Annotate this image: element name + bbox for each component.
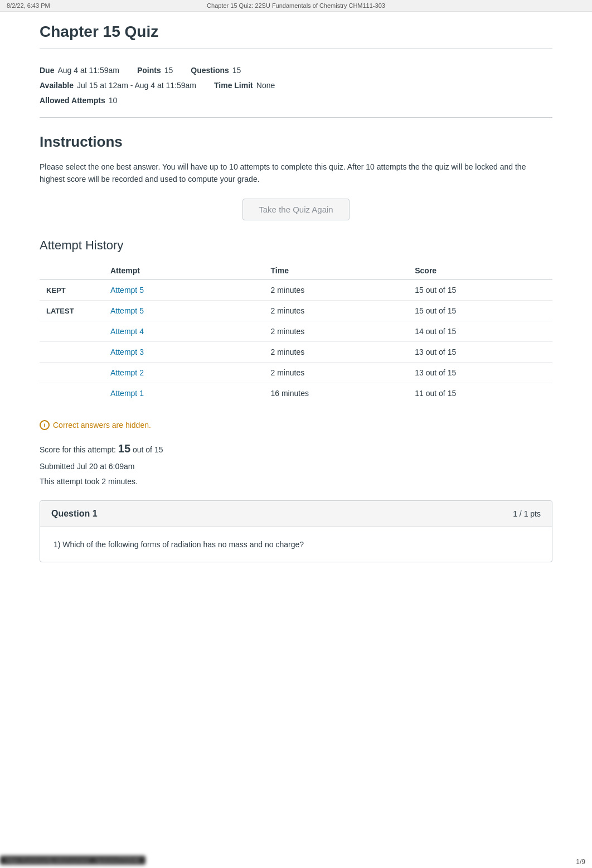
quiz-meta: Due Aug 4 at 11:59am Points 15 Questions… bbox=[40, 56, 552, 118]
attempt-link[interactable]: Attempt 1 bbox=[110, 389, 144, 398]
attempt-row-label bbox=[40, 342, 104, 363]
attempt-score-cell: 15 out of 15 bbox=[408, 280, 552, 301]
attempt-time-cell: 16 minutes bbox=[264, 383, 409, 404]
info-icon: i bbox=[40, 420, 50, 430]
col-attempt-header: Attempt bbox=[104, 262, 264, 280]
attempt-score-cell: 11 out of 15 bbox=[408, 383, 552, 404]
quiz-meta-allowed-attempts: Allowed Attempts 10 bbox=[40, 94, 117, 108]
quiz-meta-questions: Questions 15 bbox=[191, 64, 241, 78]
attempt-history-title: Attempt History bbox=[40, 238, 552, 253]
due-value: Aug 4 at 11:59am bbox=[57, 64, 119, 78]
questions-label: Questions bbox=[191, 64, 229, 78]
take-quiz-container: Take the Quiz Again bbox=[40, 199, 552, 220]
quiz-meta-due: Due Aug 4 at 11:59am bbox=[40, 64, 119, 78]
attempt-score-cell: 13 out of 15 bbox=[408, 363, 552, 383]
score-prefix: Score for this attempt: bbox=[40, 445, 116, 454]
page-container: Chapter 15 Quiz Due Aug 4 at 11:59am Poi… bbox=[23, 12, 569, 585]
allowed-attempts-label: Allowed Attempts bbox=[40, 94, 105, 108]
attempt-link-cell[interactable]: Attempt 3 bbox=[104, 342, 264, 363]
attempt-link[interactable]: Attempt 2 bbox=[110, 368, 144, 377]
attempt-link-cell[interactable]: Attempt 5 bbox=[104, 301, 264, 321]
time-taken-line: This attempt took 2 minutes. bbox=[40, 474, 552, 489]
page-title: Chapter 15 Quiz bbox=[40, 23, 552, 49]
correct-answers-notice: i Correct answers are hidden. bbox=[40, 420, 552, 430]
due-label: Due bbox=[40, 64, 54, 78]
attempt-score-cell: 15 out of 15 bbox=[408, 301, 552, 321]
attempt-row-label bbox=[40, 383, 104, 404]
available-label: Available bbox=[40, 79, 74, 93]
attempt-label-text: LATEST bbox=[46, 307, 77, 315]
attempt-row-label bbox=[40, 363, 104, 383]
attempt-time-cell: 2 minutes bbox=[264, 301, 409, 321]
attempt-link[interactable]: Attempt 5 bbox=[110, 306, 144, 315]
score-line: Score for this attempt: 15 out of 15 bbox=[40, 438, 552, 459]
attempt-time-cell: 2 minutes bbox=[264, 342, 409, 363]
question-text: 1) Which of the following forms of radia… bbox=[54, 538, 538, 551]
attempt-link[interactable]: Attempt 3 bbox=[110, 348, 144, 356]
attempt-table-row: KEPTAttempt 52 minutes15 out of 15 bbox=[40, 280, 552, 301]
attempt-link-cell[interactable]: Attempt 5 bbox=[104, 280, 264, 301]
attempt-link-cell[interactable]: Attempt 1 bbox=[104, 383, 264, 404]
attempt-time-cell: 2 minutes bbox=[264, 363, 409, 383]
attempt-table-body: KEPTAttempt 52 minutes15 out of 15LATEST… bbox=[40, 280, 552, 404]
quiz-meta-available: Available Jul 15 at 12am - Aug 4 at 11:5… bbox=[40, 79, 196, 93]
question-section: Question 1 1 / 1 pts 1) Which of the fol… bbox=[40, 500, 552, 562]
allowed-attempts-value: 10 bbox=[109, 94, 118, 108]
quiz-meta-points: Points 15 bbox=[137, 64, 173, 78]
attempt-link[interactable]: Attempt 5 bbox=[110, 286, 144, 295]
attempt-link-cell[interactable]: Attempt 4 bbox=[104, 321, 264, 342]
attempt-history-table: Attempt Time Score KEPTAttempt 52 minute… bbox=[40, 262, 552, 403]
attempt-link-cell[interactable]: Attempt 2 bbox=[104, 363, 264, 383]
col-score-header: Score bbox=[408, 262, 552, 280]
attempt-table-row: Attempt 42 minutes14 out of 15 bbox=[40, 321, 552, 342]
attempt-time-cell: 2 minutes bbox=[264, 321, 409, 342]
instructions-text: Please select the one best answer. You w… bbox=[40, 161, 552, 186]
attempt-link[interactable]: Attempt 4 bbox=[110, 327, 144, 336]
attempt-label-text: KEPT bbox=[46, 286, 69, 295]
correct-answers-text: Correct answers are hidden. bbox=[53, 421, 151, 430]
browser-tab-title: Chapter 15 Quiz: 22SU Fundamentals of Ch… bbox=[207, 2, 385, 9]
question-header: Question 1 1 / 1 pts bbox=[40, 501, 552, 527]
score-suffix: out of 15 bbox=[133, 445, 163, 454]
score-info: Score for this attempt: 15 out of 15 Sub… bbox=[40, 438, 552, 489]
quiz-meta-time-limit: Time Limit None bbox=[214, 79, 275, 93]
attempt-score-cell: 14 out of 15 bbox=[408, 321, 552, 342]
take-quiz-button[interactable]: Take the Quiz Again bbox=[242, 199, 349, 220]
attempt-table-row: LATESTAttempt 52 minutes15 out of 15 bbox=[40, 301, 552, 321]
browser-timestamp: 8/2/22, 6:43 PM bbox=[7, 2, 50, 9]
time-limit-value: None bbox=[256, 79, 275, 93]
attempt-score-cell: 13 out of 15 bbox=[408, 342, 552, 363]
time-limit-label: Time Limit bbox=[214, 79, 253, 93]
available-value: Jul 15 at 12am - Aug 4 at 11:59am bbox=[77, 79, 196, 93]
quiz-meta-row-2: Available Jul 15 at 12am - Aug 4 at 11:5… bbox=[40, 79, 552, 93]
points-label: Points bbox=[137, 64, 161, 78]
attempt-table-row: Attempt 22 minutes13 out of 15 bbox=[40, 363, 552, 383]
question-title: Question 1 bbox=[51, 509, 98, 519]
attempt-table-row: Attempt 32 minutes13 out of 15 bbox=[40, 342, 552, 363]
points-value: 15 bbox=[164, 64, 173, 78]
questions-value: 15 bbox=[232, 64, 241, 78]
question-body: 1) Which of the following forms of radia… bbox=[40, 527, 552, 562]
question-points: 1 / 1 pts bbox=[513, 509, 541, 518]
instructions-title: Instructions bbox=[40, 133, 552, 151]
attempt-row-label bbox=[40, 321, 104, 342]
attempt-table-row: Attempt 116 minutes11 out of 15 bbox=[40, 383, 552, 404]
col-time-header: Time bbox=[264, 262, 409, 280]
browser-bar: 8/2/22, 6:43 PM Chapter 15 Quiz: 22SU Fu… bbox=[0, 0, 592, 12]
attempt-row-label: KEPT bbox=[40, 280, 104, 301]
quiz-meta-row-3: Allowed Attempts 10 bbox=[40, 94, 552, 108]
instructions-section: Instructions Please select the one best … bbox=[40, 133, 552, 186]
attempt-history-section: Attempt History Attempt Time Score KEPTA… bbox=[40, 238, 552, 403]
score-number: 15 bbox=[118, 442, 130, 455]
attempt-time-cell: 2 minutes bbox=[264, 280, 409, 301]
attempt-table-header-row: Attempt Time Score bbox=[40, 262, 552, 280]
quiz-meta-row-1: Due Aug 4 at 11:59am Points 15 Questions… bbox=[40, 64, 552, 78]
col-label-header bbox=[40, 262, 104, 280]
submitted-line: Submitted Jul 20 at 6:09am bbox=[40, 459, 552, 474]
attempt-row-label: LATEST bbox=[40, 301, 104, 321]
